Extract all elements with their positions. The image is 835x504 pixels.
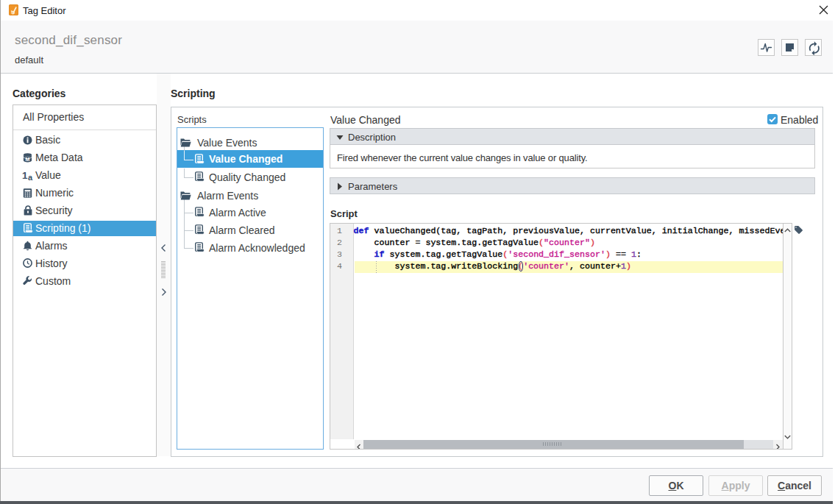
svg-text:M: M <box>26 157 30 162</box>
